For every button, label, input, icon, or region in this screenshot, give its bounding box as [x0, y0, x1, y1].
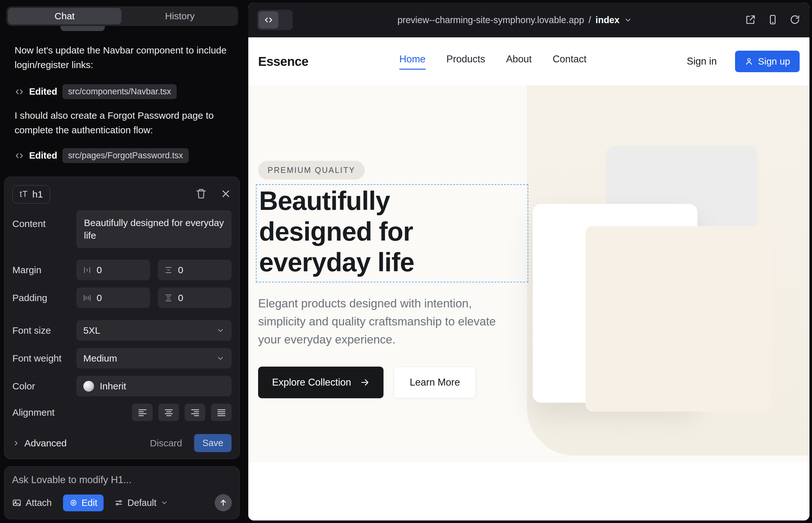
sign-in-button[interactable]: Sign in	[687, 56, 717, 67]
explore-collection-button[interactable]: Explore Collection	[258, 366, 384, 398]
hero-paragraph: Elegant products designed with intention…	[258, 294, 511, 348]
image-icon	[12, 498, 21, 507]
align-right-button[interactable]	[184, 404, 205, 421]
chat-message: Now let's update the Navbar component to…	[15, 43, 238, 72]
nav-link-about[interactable]: About	[506, 54, 532, 70]
target-icon	[69, 499, 77, 507]
padding-x-value: 0	[96, 292, 102, 303]
edited-file-row: Edited src/components/Navbar.tsx	[15, 84, 177, 99]
hero-badge: PREMIUM QUALITY	[258, 161, 365, 180]
nav-link-home[interactable]: Home	[399, 54, 426, 70]
color-select[interactable]: Inherit	[76, 376, 231, 396]
preview-url[interactable]: preview--charming-site-symphony.lovable.…	[398, 15, 632, 25]
font-weight-label: Font weight	[12, 353, 76, 364]
align-justify-button[interactable]	[211, 404, 231, 421]
align-center-button[interactable]	[158, 404, 179, 421]
color-value: Inherit	[100, 381, 126, 392]
selected-element-tag[interactable]: tT h1	[12, 185, 50, 203]
margin-x-input[interactable]: 0	[76, 259, 150, 280]
close-icon	[220, 188, 231, 199]
vertical-padding-icon	[164, 293, 173, 302]
chat-panel: Chat History Now let's update the Navbar…	[0, 0, 248, 523]
nav-link-products[interactable]: Products	[446, 54, 485, 70]
trash-icon	[195, 188, 207, 199]
padding-row: Padding 0 0	[12, 287, 231, 308]
save-button[interactable]: Save	[194, 434, 231, 452]
refresh-button[interactable]	[789, 14, 800, 26]
code-icon[interactable]	[259, 12, 278, 29]
chat-message: I should also create a Forgot Password p…	[15, 108, 238, 138]
margin-label: Margin	[12, 265, 76, 275]
learn-more-button[interactable]: Learn More	[394, 366, 476, 398]
align-left-button[interactable]	[132, 404, 153, 421]
chevron-down-icon	[216, 354, 225, 362]
advanced-toggle[interactable]: Advanced	[12, 438, 67, 449]
site-preview: Essence Home Products About Contact Sign…	[248, 37, 810, 521]
close-editor-button[interactable]	[220, 188, 231, 200]
padding-y-value: 0	[178, 292, 183, 303]
content-label: Content	[12, 210, 76, 229]
typography-icon: tT	[20, 189, 28, 199]
color-row: Color Inherit	[12, 376, 231, 396]
default-label: Default	[127, 498, 156, 508]
edited-label: Edited	[29, 86, 57, 97]
chevron-down-icon	[161, 499, 168, 507]
toggle-handle[interactable]	[278, 12, 291, 29]
discard-button[interactable]: Discard	[150, 438, 182, 449]
align-right-icon	[190, 408, 200, 417]
heading-line: Beautifully	[259, 185, 528, 216]
sign-up-button[interactable]: Sign up	[735, 51, 800, 72]
advanced-label: Advanced	[24, 438, 67, 449]
hero-heading[interactable]: Beautifully designed for everyday life	[257, 185, 528, 278]
user-icon	[744, 57, 754, 66]
send-button[interactable]	[215, 494, 232, 511]
composer-placeholder[interactable]: Ask Lovable to modify H1...	[12, 474, 232, 486]
edit-label: Edit	[82, 498, 97, 508]
arrow-right-icon	[360, 378, 370, 387]
hero-cta-row: Explore Collection Learn More	[258, 366, 476, 398]
margin-y-value: 0	[178, 265, 183, 275]
horizontal-spacing-icon	[83, 266, 91, 274]
tab-history[interactable]: History	[123, 8, 236, 24]
attach-button[interactable]: Attach	[12, 498, 52, 508]
decorative-card-beige	[586, 226, 771, 412]
chat-composer[interactable]: Ask Lovable to modify H1... Attach Edit	[4, 466, 240, 519]
content-row: Content Beautifully designed for everyda…	[12, 210, 231, 248]
refresh-icon	[789, 14, 800, 25]
composer-toolbar: Attach Edit Default	[12, 494, 232, 511]
file-chip[interactable]: src/components/Navbar.tsx	[63, 84, 177, 99]
margin-y-input[interactable]: 0	[158, 259, 231, 280]
font-size-select[interactable]: 5XL	[76, 320, 231, 341]
color-swatch	[83, 381, 94, 392]
selected-element-outline: Beautifully designed for everyday life	[256, 184, 528, 283]
delete-element-button[interactable]	[195, 188, 207, 200]
file-chip[interactable]: src/pages/ForgotPassword.tsx	[63, 148, 189, 163]
open-external-button[interactable]	[745, 14, 756, 26]
padding-x-input[interactable]: 0	[76, 287, 150, 308]
color-label: Color	[12, 381, 76, 392]
sliders-icon	[114, 498, 123, 507]
alignment-label: Alignment	[12, 407, 76, 418]
edited-file-row: Edited src/pages/ForgotPassword.tsx	[15, 148, 189, 163]
font-weight-row: Font weight Medium	[12, 348, 231, 368]
nav-link-contact[interactable]: Contact	[553, 54, 586, 70]
mobile-view-button[interactable]	[767, 14, 778, 26]
margin-x-value: 0	[96, 265, 102, 275]
code-preview-toggle[interactable]	[257, 10, 293, 30]
model-default-button[interactable]: Default	[114, 498, 168, 508]
content-input[interactable]: Beautifully designed for everyday life	[76, 210, 231, 248]
edit-mode-button[interactable]: Edit	[63, 494, 104, 511]
chevron-right-icon	[12, 439, 20, 447]
site-logo[interactable]: Essence	[258, 54, 308, 69]
editor-header: tT h1	[12, 184, 231, 204]
hero-section: PREMIUM QUALITY Beautifully designed for…	[248, 86, 810, 462]
padding-y-input[interactable]: 0	[158, 287, 231, 308]
heading-line: designed for	[259, 216, 528, 247]
external-link-icon	[745, 14, 756, 25]
tab-chat[interactable]: Chat	[8, 8, 121, 24]
preview-topbar: preview--charming-site-symphony.lovable.…	[248, 2, 810, 37]
font-size-row: Font size 5XL	[12, 320, 231, 341]
font-weight-select[interactable]: Medium	[76, 348, 231, 368]
horizontal-padding-icon	[83, 293, 91, 302]
margin-row: Margin 0 0	[12, 259, 231, 280]
